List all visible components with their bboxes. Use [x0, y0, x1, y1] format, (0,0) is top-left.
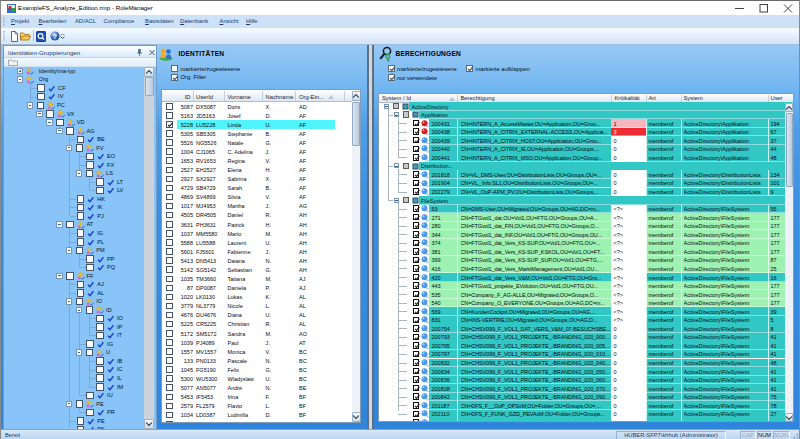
svg-text:?: ? — [52, 33, 56, 40]
